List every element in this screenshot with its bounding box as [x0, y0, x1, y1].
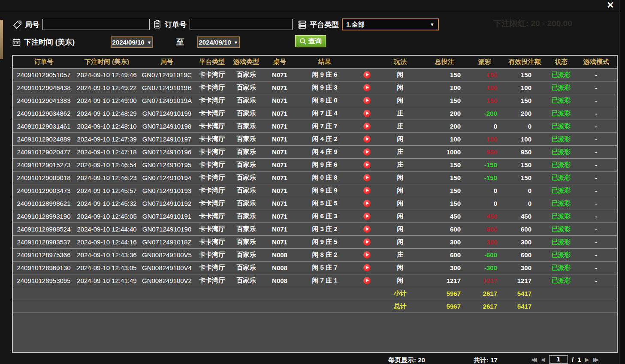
replay-icon[interactable]	[363, 135, 371, 143]
cell-replay[interactable]	[353, 107, 380, 120]
bet-time-filter: 下注时间 (美东)	[12, 36, 75, 48]
replay-icon[interactable]	[363, 213, 371, 220]
date-to-select[interactable]: 2024/09/10 ▼	[197, 36, 240, 48]
col-platform: 平台类型	[195, 56, 229, 69]
cell-game-no: GN07124910198	[139, 120, 195, 133]
replay-icon[interactable]	[363, 148, 371, 156]
cell-play-type: 庄	[380, 159, 420, 171]
cell-replay[interactable]	[353, 223, 380, 236]
table-row: 2409101289885242024-09-10 12:44:40GN0712…	[13, 223, 618, 236]
cell-replay[interactable]	[353, 274, 380, 287]
cell-valid-bet: 1217	[501, 274, 548, 287]
replay-icon[interactable]	[363, 110, 371, 117]
cell-game-no: GN07124910195	[139, 159, 195, 171]
cell-game-type: 百家乐	[229, 184, 263, 197]
date-range-to-label: 至	[176, 37, 184, 47]
cell-bet-time: 2024-09-10 12:48:10	[75, 120, 139, 133]
cell-game-type: 百家乐	[229, 94, 263, 107]
cell-replay[interactable]	[353, 184, 380, 197]
cell-replay[interactable]	[353, 197, 380, 210]
first-page-icon[interactable]: ◀◀	[531, 355, 537, 364]
cell-bet-time: 2024-09-10 12:47:39	[75, 133, 139, 146]
cell-order: 240910129041383	[13, 94, 75, 107]
replay-icon[interactable]	[363, 226, 371, 233]
cell-table-no: N071	[263, 120, 296, 133]
cell-mode: -	[574, 94, 618, 107]
replay-icon[interactable]	[363, 123, 371, 130]
cell-replay[interactable]	[353, 133, 380, 146]
replay-icon[interactable]	[363, 71, 371, 78]
game-no-input[interactable]	[42, 19, 150, 30]
cell-replay[interactable]	[353, 249, 380, 262]
cell-table-no: N071	[263, 223, 296, 236]
cell-game-type: 百家乐	[229, 210, 263, 223]
cell-table-no: N071	[263, 69, 296, 81]
cell-play-type: 闲	[380, 133, 420, 146]
cell-payout: 950	[468, 146, 501, 159]
replay-icon[interactable]	[363, 97, 371, 104]
cell-replay[interactable]	[353, 81, 380, 94]
cell-valid-bet: 300	[501, 236, 548, 249]
cell-replay[interactable]	[353, 146, 380, 159]
col-order-no: 订单号	[13, 56, 75, 69]
cell-mode: -	[574, 223, 618, 236]
cell-play-type: 闲	[380, 274, 420, 287]
replay-icon[interactable]	[363, 264, 371, 271]
replay-icon[interactable]	[363, 174, 371, 181]
page-separator: /	[572, 356, 574, 363]
order-no-filter: 订单号	[153, 18, 293, 30]
col-status: 状态	[548, 56, 574, 69]
prev-page-icon[interactable]: ◀	[541, 355, 545, 364]
cell-replay[interactable]	[353, 171, 380, 184]
replay-icon[interactable]	[363, 200, 371, 207]
cell-replay[interactable]	[353, 94, 380, 107]
query-button[interactable]: 查询	[295, 35, 326, 47]
platform-select[interactable]: 1.全部 ▼	[342, 18, 439, 30]
cell-replay[interactable]	[353, 159, 380, 171]
cell-platform: 卡卡湾厅	[195, 249, 229, 262]
next-page-icon[interactable]: ▶	[585, 355, 589, 364]
cell-valid-bet: 100	[501, 133, 548, 146]
cell-mode: -	[574, 69, 618, 81]
cell-mode: -	[574, 107, 618, 120]
date-from-select[interactable]: 2024/09/10 ▼	[111, 36, 153, 48]
table-row: 2409101290510572024-09-10 12:49:46GN0712…	[13, 69, 618, 81]
cell-status: 已派彩	[548, 249, 574, 262]
cell-total-bet: 150	[420, 159, 468, 171]
total-valid-bet: 5417	[501, 300, 548, 313]
cell-game-no: GN07124910190	[139, 223, 195, 236]
replay-icon[interactable]	[363, 187, 371, 194]
replay-icon[interactable]	[363, 277, 371, 284]
subtotal-label: 小计	[380, 287, 420, 300]
cell-replay[interactable]	[353, 210, 380, 223]
replay-icon[interactable]	[363, 161, 371, 168]
replay-icon[interactable]	[363, 238, 371, 246]
order-no-input[interactable]	[190, 19, 293, 30]
cell-replay[interactable]	[353, 120, 380, 133]
cell-play-type: 闲	[380, 223, 420, 236]
replay-icon[interactable]	[363, 251, 371, 259]
subtotal-payout: 2617	[468, 287, 501, 300]
table-row: 2409101289986212024-09-10 12:45:32GN0712…	[13, 197, 618, 210]
replay-icon[interactable]	[363, 84, 371, 91]
cell-status: 已派彩	[548, 184, 574, 197]
table-row: 2409101290314612024-09-10 12:48:10GN0712…	[13, 120, 618, 133]
date-to-value: 2024/09/10	[199, 39, 231, 46]
cell-replay[interactable]	[353, 262, 380, 274]
cell-status: 已派彩	[548, 236, 574, 249]
cell-bet-time: 2024-09-10 12:43:05	[75, 262, 139, 274]
cell-payout: 100	[468, 133, 501, 146]
close-icon[interactable]: ✕	[607, 0, 614, 10]
last-page-icon[interactable]: ▶▶	[593, 355, 599, 364]
page-number-input[interactable]: 1	[549, 355, 568, 364]
cell-replay[interactable]	[353, 236, 380, 249]
cell-order: 240910129009018	[13, 171, 75, 184]
cell-result: 闲 5 庄 7	[296, 262, 353, 274]
cell-total-bet: 100	[420, 133, 468, 146]
table-row: 2409101289530952024-09-10 12:41:49GN0082…	[13, 274, 618, 287]
cell-game-no: GN008249100V4	[139, 262, 195, 274]
cell-result: 闲 9 庄 3	[296, 81, 353, 94]
cell-order: 240910129003473	[13, 184, 75, 197]
cell-game-type: 百家乐	[229, 146, 263, 159]
cell-replay[interactable]	[353, 69, 380, 81]
